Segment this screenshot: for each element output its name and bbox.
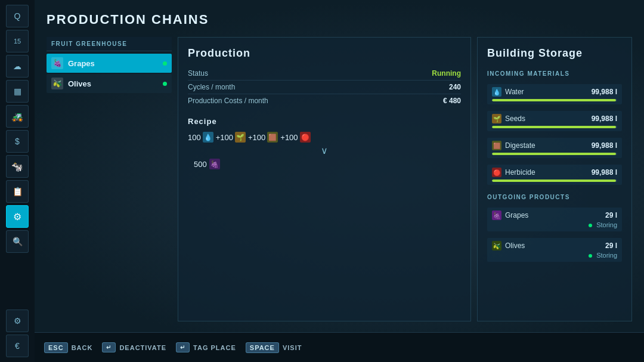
seeds-storage-row: 🌱 Seeds 99,988 l [492, 114, 617, 123]
seeds-label: Seeds [505, 115, 525, 123]
incoming-digestate: 🟫 Digestate 99,988 l [487, 138, 622, 160]
sidebar-item-euro[interactable]: € [6, 335, 29, 357]
seeds-bar-container [492, 126, 617, 128]
sidebar-item-finance[interactable]: $ [6, 130, 29, 153]
outgoing-olives-bottom: Storing [492, 252, 617, 259]
production-panel: Production Status Running Cycles / month… [178, 37, 471, 321]
sidebar-item-animals[interactable]: 🐄 [6, 155, 29, 178]
space-key: SPACE [246, 342, 279, 353]
recipe-digestate: +100 🟫 [248, 132, 278, 143]
outgoing-grapes-bottom: Storing [492, 221, 617, 228]
sidebar-item-15[interactable]: 15 [6, 30, 29, 52]
page-title: PRODUCTION CHAINS [47, 12, 632, 27]
sidebar-item-contracts[interactable]: 📋 [6, 180, 29, 203]
production-stats: Status Running Cycles / month 240 Produc… [188, 69, 461, 105]
water-storage-icon: 💧 [492, 87, 501, 97]
digestate-storage-row: 🟫 Digestate 99,988 l [492, 141, 617, 150]
status-value: Running [432, 69, 461, 78]
sidebar-item-vehicles[interactable]: 🚜 [6, 105, 29, 128]
visit-label: VISIT [283, 344, 302, 351]
main-content: PRODUCTION CHAINS FRUIT GREENHOUSE 🍇 Gra… [35, 0, 644, 362]
water-storage-row: 💧 Water 99,988 l [492, 87, 617, 97]
seeds-value: 99,988 l [592, 115, 617, 123]
sidebar-item-q[interactable]: Q [6, 5, 29, 27]
bottom-bar: ESC BACK ↵ DEACTIVATE ↵ TAG PLACE SPACE … [35, 332, 644, 362]
grapes-status-dot [163, 61, 167, 66]
costs-row: Production Costs / month € 480 [188, 97, 461, 105]
output-amount: 500 [194, 160, 207, 169]
tag-place-button[interactable]: ↵ TAG PLACE [176, 342, 236, 352]
seeds-bar [492, 126, 616, 128]
sidebar-item-weather[interactable]: ☁ [6, 55, 29, 78]
esc-back-button[interactable]: ESC BACK [44, 342, 92, 353]
status-row: Status Running [188, 69, 461, 78]
recipe-inputs-row: 100 💧 +100 🌱 +100 🟫 +100 🔴 [188, 132, 461, 143]
herbicide-storage-item: 🔴 Herbicide 99,988 l [487, 165, 622, 185]
herbicide-value: 99,988 l [592, 168, 617, 177]
dollar-icon: $ [15, 137, 20, 146]
olives-chain-icon: 🫒 [51, 78, 63, 89]
outgoing-olives-item: 🫒 Olives 29 l Storing [487, 238, 622, 262]
tag-key: ↵ [176, 342, 190, 352]
water-bar-container [492, 99, 617, 101]
seeds-plus-amount: +100 [216, 133, 233, 142]
sidebar-item-stats[interactable]: ▦ [6, 80, 29, 103]
q-icon: Q [14, 11, 21, 21]
digestate-value: 99,988 l [592, 141, 617, 150]
chart-icon: ▦ [14, 86, 21, 96]
sidebar-item-settings[interactable]: ⚙ [6, 310, 29, 332]
cow-icon: 🐄 [11, 161, 23, 172]
status-label: Status [188, 69, 208, 78]
building-storage-title: Building Storage [487, 47, 622, 60]
euro-icon: € [15, 341, 20, 351]
olives-storing-dot [589, 254, 592, 258]
fruit-greenhouse-header: FRUIT GREENHOUSE [47, 37, 172, 51]
visit-button[interactable]: SPACE VISIT [246, 342, 302, 353]
columns-container: FRUIT GREENHOUSE 🍇 Grapes 🫒 Olives Produ… [47, 37, 632, 321]
outgoing-olives-name: 🫒 Olives [492, 241, 525, 250]
water-name-group: 💧 Water [492, 87, 524, 97]
seeds-storage-icon: 🌱 [492, 114, 501, 123]
costs-value: € 480 [443, 97, 461, 105]
seeds-storage-item: 🌱 Seeds 99,988 l [487, 111, 622, 131]
herbicide-bar [492, 180, 616, 182]
chain-item-grapes[interactable]: 🍇 Grapes [47, 54, 172, 73]
cycles-row: Cycles / month 240 [188, 83, 461, 91]
grapes-chain-icon: 🍇 [51, 57, 63, 69]
building-storage-panel: Building Storage INCOMING MATERIALS 💧 Wa… [477, 37, 632, 321]
incoming-materials-label: INCOMING MATERIALS [487, 70, 622, 77]
water-amount: 100 [188, 133, 201, 142]
cycles-label: Cycles / month [188, 83, 235, 91]
cycles-value: 240 [449, 83, 461, 91]
outgoing-olives-value: 29 l [605, 242, 617, 250]
production-title: Production [188, 47, 461, 60]
outgoing-grapes-name: 🍇 Grapes [492, 211, 528, 220]
recipe-arrow: ∨ [188, 145, 461, 156]
sidebar-item-production[interactable]: ⚙ [6, 205, 29, 228]
chain-item-olives[interactable]: 🫒 Olives [47, 74, 172, 93]
olives-chain-name: Olives [68, 79, 158, 88]
herbicide-storage-row: 🔴 Herbicide 99,988 l [492, 168, 617, 177]
water-bar [492, 99, 616, 101]
grapes-storing-status: Storing [596, 221, 617, 228]
deactivate-button[interactable]: ↵ DEACTIVATE [102, 342, 166, 352]
grapes-storing-dot [589, 224, 592, 227]
sidebar-item-map[interactable]: 🔍 [6, 230, 29, 253]
recipe-section: Recipe 100 💧 +100 🌱 +100 🟫 [188, 117, 461, 169]
digestate-storage-icon: 🟫 [492, 141, 501, 150]
recipe-water: 100 💧 [188, 132, 213, 143]
seeds-icon: 🌱 [235, 132, 246, 143]
incoming-herbicide: 🔴 Herbicide 99,988 l [487, 165, 622, 187]
clipboard-icon: 📋 [13, 187, 23, 196]
production-chains-panel: FRUIT GREENHOUSE 🍇 Grapes 🫒 Olives [47, 37, 172, 321]
back-label: BACK [72, 344, 93, 351]
map-icon: 🔍 [13, 237, 23, 246]
digestate-name-group: 🟫 Digestate [492, 141, 535, 150]
outgoing-olives-label: Olives [505, 242, 525, 250]
herbicide-label: Herbicide [505, 168, 535, 177]
tractor-icon: 🚜 [11, 111, 23, 122]
factory-icon: ⚙ [13, 211, 21, 222]
recipe-herbicide: +100 🔴 [280, 132, 310, 143]
deactivate-key: ↵ [102, 342, 116, 352]
outgoing-grapes-label: Grapes [505, 211, 528, 219]
